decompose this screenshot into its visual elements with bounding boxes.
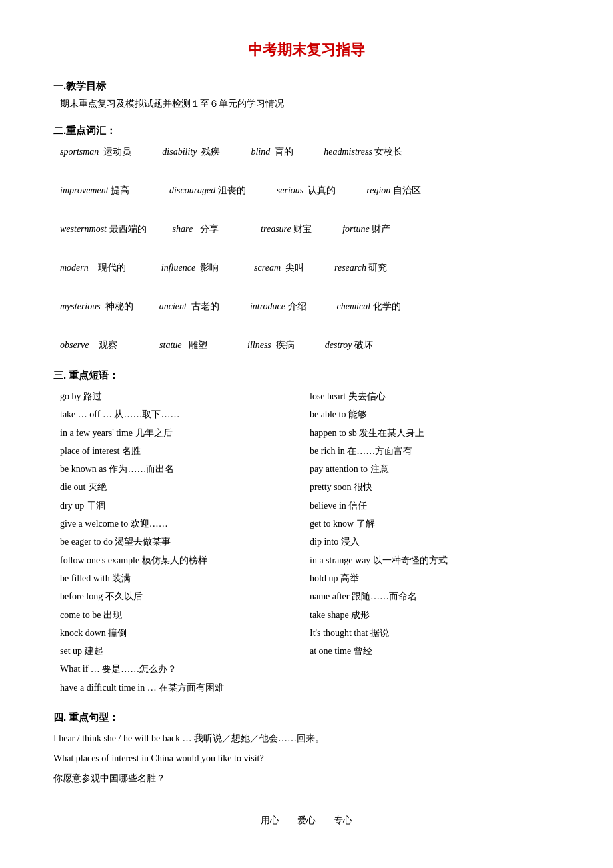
phrase-left: in a few years' time 几年之后 — [60, 424, 310, 442]
vocab-item: introduce 介绍 — [250, 301, 306, 311]
vocab-item: fortune 财产 — [342, 224, 390, 234]
phrase-right — [310, 679, 560, 697]
phrase-left: come to be 出现 — [60, 606, 310, 624]
phrase-left: be filled with 装满 — [60, 569, 310, 587]
phrase-row: before long 不久以后 name after 跟随……而命名 — [60, 587, 560, 605]
phrase-left: give a welcome to 欢迎…… — [60, 515, 310, 533]
phrase-left: be eager to do 渴望去做某事 — [60, 533, 310, 551]
phrase-right: get to know 了解 — [310, 515, 560, 533]
phrase-right: pretty soon 很快 — [310, 478, 560, 496]
section1-title: 一.教学目标 — [53, 80, 560, 93]
phrase-right: be rich in 在……方面富有 — [310, 442, 560, 460]
phrase-left: place of interest 名胜 — [60, 442, 310, 460]
phrase-row: be known as 作为……而出名 pay attention to 注意 — [60, 460, 560, 478]
phrase-row: go by 路过 lose heart 失去信心 — [60, 387, 560, 405]
phrase-right: believe in 信任 — [310, 497, 560, 515]
phrase-right: name after 跟随……而命名 — [310, 587, 560, 605]
phrase-row: What if … 要是……怎么办？ — [60, 660, 560, 678]
phrase-left: set up 建起 — [60, 642, 310, 660]
phrase-left: knock down 撞倒 — [60, 624, 310, 642]
phrase-row: in a few years' time 几年之后 happen to sb 发… — [60, 424, 560, 442]
phrase-left: before long 不久以后 — [60, 587, 310, 605]
phrase-right: at one time 曾经 — [310, 642, 560, 660]
vocab-item: scream 尖叫 — [254, 263, 304, 273]
section1-content: 期末重点复习及模拟试题并检测１至６单元的学习情况 — [53, 98, 560, 110]
phrase-left: have a difficult time in … 在某方面有困难 — [60, 679, 310, 697]
phrase-left: dry up 干涸 — [60, 497, 310, 515]
phrase-right: dip into 浸入 — [310, 533, 560, 551]
phrase-left: follow one's example 模仿某人的榜样 — [60, 551, 310, 569]
sentences-container: I hear / think she / he will be back … 我… — [53, 729, 560, 788]
section-4: 四. 重点句型： I hear / think she / he will be… — [53, 711, 560, 788]
section-2: 二.重点词汇： sportsman 运动员 disability 残疾 blin… — [53, 125, 560, 355]
vocab-item: destroy 破坏 — [325, 340, 373, 350]
footer-item-2: 爱心 — [297, 815, 316, 825]
vocab-item: region 自治区 — [366, 185, 421, 195]
vocab-item: observe 观察 — [60, 340, 117, 350]
phrase-row: dry up 干涸 believe in 信任 — [60, 497, 560, 515]
phrase-row: come to be 出现 take shape 成形 — [60, 606, 560, 624]
phrase-row: give a welcome to 欢迎…… get to know 了解 — [60, 515, 560, 533]
section3-title: 三. 重点短语： — [53, 369, 560, 382]
phrase-right: happen to sb 发生在某人身上 — [310, 424, 560, 442]
phrase-row: knock down 撞倒 It's thought that 据说 — [60, 624, 560, 642]
vocab-item: ancient 古老的 — [159, 301, 219, 311]
vocab-table: sportsman 运动员 disability 残疾 blind 盲的 hea… — [53, 143, 560, 355]
phrase-right: It's thought that 据说 — [310, 624, 560, 642]
phrase-right: lose heart 失去信心 — [310, 387, 560, 405]
phrase-right: in a strange way 以一种奇怪的方式 — [310, 551, 560, 569]
vocab-item: serious 认真的 — [277, 185, 336, 195]
phrase-right: take shape 成形 — [310, 606, 560, 624]
section-3: 三. 重点短语： go by 路过 lose heart 失去信心 take …… — [53, 369, 560, 697]
phrase-left: die out 灭绝 — [60, 478, 310, 496]
phrase-left: be known as 作为……而出名 — [60, 460, 310, 478]
vocab-item: sportsman 运动员 — [60, 147, 131, 157]
phrase-row: take … off … 从……取下…… be able to 能够 — [60, 405, 560, 423]
vocab-item: modern 现代的 — [60, 263, 126, 273]
vocab-item: blind 盲的 — [251, 147, 293, 157]
vocab-item: chemical 化学的 — [337, 301, 401, 311]
phrase-row: die out 灭绝 pretty soon 很快 — [60, 478, 560, 496]
phrase-right: pay attention to 注意 — [310, 460, 560, 478]
vocab-item: treasure 财宝 — [261, 224, 312, 234]
phrase-row: have a difficult time in … 在某方面有困难 — [60, 679, 560, 697]
vocab-row-2: improvement 提高 discouraged 沮丧的 serious 认… — [60, 181, 560, 200]
vocab-item: influence 影响 — [161, 263, 219, 273]
phrase-row: follow one's example 模仿某人的榜样 in a strang… — [60, 551, 560, 569]
phrase-right: be able to 能够 — [310, 405, 560, 423]
phrase-left: What if … 要是……怎么办？ — [60, 660, 310, 678]
vocab-item: headmistress 女校长 — [324, 147, 402, 157]
sentence-2: What places of interest in China would y… — [53, 749, 560, 768]
section2-title: 二.重点词汇： — [53, 125, 560, 137]
section-1: 一.教学目标 期末重点复习及模拟试题并检测１至６单元的学习情况 — [53, 80, 560, 110]
phrase-right: hold up 高举 — [310, 569, 560, 587]
vocab-row-5: mysterious 神秘的 ancient 古老的 introduce 介绍 … — [60, 297, 560, 316]
phrase-row: place of interest 名胜 be rich in 在……方面富有 — [60, 442, 560, 460]
page-title: 中考期末复习指导 — [53, 40, 560, 60]
vocab-item: illness 疾病 — [247, 340, 295, 350]
phrase-row: set up 建起 at one time 曾经 — [60, 642, 560, 660]
phrase-right — [310, 660, 560, 678]
vocab-row-4: modern 现代的 influence 影响 scream 尖叫 resear… — [60, 259, 560, 277]
sentence-3: 你愿意参观中国哪些名胜？ — [53, 769, 560, 788]
vocab-row-6: observe 观察 statue 雕塑 illness 疾病 destroy … — [60, 336, 560, 355]
phrase-row: be eager to do 渴望去做某事 dip into 浸入 — [60, 533, 560, 551]
vocab-item: statue 雕塑 — [159, 340, 207, 350]
vocab-item: research 研究 — [334, 263, 387, 273]
phrases-container: go by 路过 lose heart 失去信心 take … off … 从…… — [53, 387, 560, 697]
vocab-row-1: sportsman 运动员 disability 残疾 blind 盲的 hea… — [60, 143, 560, 161]
phrase-left: take … off … 从……取下…… — [60, 405, 310, 423]
footer-item-1: 用心 — [261, 815, 279, 825]
sentence-1: I hear / think she / he will be back … 我… — [53, 729, 560, 748]
vocab-item: improvement 提高 — [60, 185, 129, 195]
footer: 用心 爱心 专心 — [53, 815, 560, 827]
footer-item-3: 专心 — [334, 815, 352, 825]
phrases-table: go by 路过 lose heart 失去信心 take … off … 从…… — [60, 387, 560, 697]
section4-title: 四. 重点句型： — [53, 711, 560, 724]
phrase-row: be filled with 装满 hold up 高举 — [60, 569, 560, 587]
vocab-item: mysterious 神秘的 — [60, 301, 133, 311]
vocab-item: discouraged 沮丧的 — [169, 185, 246, 195]
vocab-item: westernmost 最西端的 — [60, 224, 147, 234]
vocab-row-3: westernmost 最西端的 share 分享 treasure 财宝 fo… — [60, 220, 560, 239]
vocab-item: disability 残疾 — [162, 147, 220, 157]
